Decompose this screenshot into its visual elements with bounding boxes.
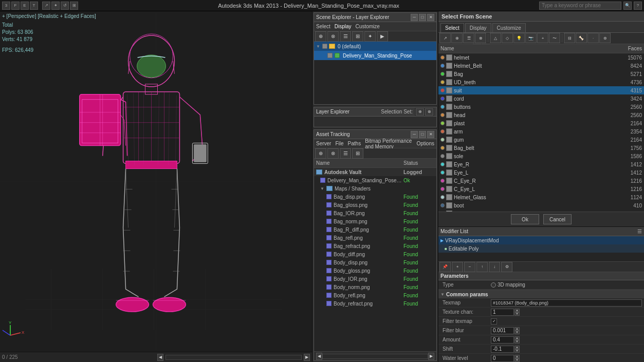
asset-row-mainfile[interactable]: Delivery_Man_Standing_Pose_max_vray.max … (314, 176, 436, 184)
asset-row-body-refl[interactable]: Body_refl.png Found (314, 291, 436, 299)
asset-row-body-ior[interactable]: Body_IOR.png Found (314, 275, 436, 283)
se-menu-customize[interactable]: Customize (356, 24, 380, 29)
sel-row-arm[interactable]: arm 2354 (438, 127, 644, 136)
at-menu-file[interactable]: File (335, 141, 343, 146)
sel-btn-particles[interactable]: · (587, 33, 599, 43)
mod-move-up[interactable]: ↑ (476, 262, 488, 272)
scene-explorer-minimize[interactable]: ─ (411, 14, 418, 21)
shift-up[interactable]: ▲ (514, 346, 520, 349)
sel-btn-filter[interactable]: ⊟ (564, 33, 575, 43)
tab-display[interactable]: Display (465, 23, 491, 32)
visibility-0[interactable] (322, 44, 327, 49)
sel-row-helmetglass[interactable]: Helmet_Glass 1124 (438, 193, 644, 201)
asset-row-body-disp[interactable]: Body_disp.png Found (314, 258, 436, 266)
toolbar-scale[interactable]: ⊞ (70, 2, 78, 10)
scene-explorer-close[interactable]: ✕ (427, 14, 434, 21)
mod-configure[interactable]: ⚙ (501, 262, 512, 272)
mod-add-btn[interactable]: + (452, 262, 463, 272)
menu-file[interactable]: F (11, 2, 20, 10)
waterlevel-input[interactable]: 0 (491, 355, 514, 362)
sel-row-eyeR[interactable]: Eye_R 1412 (438, 160, 644, 168)
filterblur-input[interactable]: 0.001 (491, 327, 514, 334)
search-input[interactable] (539, 2, 621, 10)
sel-row-gum[interactable]: gum 2164 (438, 136, 644, 144)
filterblur-up[interactable]: ▲ (514, 327, 520, 331)
sel-row-cord[interactable]: cord 3424 (438, 94, 644, 103)
sel-row-helmetbelt[interactable]: Helmet_Belt 8424 (438, 62, 644, 70)
sel-btn-lights[interactable]: 💡 (513, 33, 525, 43)
modifier-item-poly[interactable]: ■ Editable Poly (438, 244, 644, 253)
sel-btn-all[interactable]: ☰ (463, 33, 474, 43)
se-btn-4[interactable]: ⊞ (352, 31, 363, 42)
mod-move-down[interactable]: ↓ (489, 262, 500, 272)
asset-row-bag-refl[interactable]: Bag_refl.png Found (314, 234, 436, 242)
sel-btn-cameras[interactable]: 📷 (525, 33, 537, 43)
texchan-down[interactable]: ▼ (514, 312, 520, 316)
sel-row-helmet[interactable]: helmet 15076 (438, 53, 644, 62)
tree-item-1[interactable]: Delivery_Man_Standing_Pose (314, 51, 436, 60)
amount-input[interactable]: 0.4 (491, 336, 514, 344)
modifier-item-vray[interactable]: ▶ VRayDisplacementMod (438, 236, 644, 244)
at-btn-4[interactable]: ⊞ (352, 148, 363, 159)
toolbar-rotate[interactable]: ↺ (61, 2, 69, 10)
menu-tools[interactable]: T (30, 2, 38, 10)
tree-item-0[interactable]: ▼ 0 (default) (314, 42, 436, 51)
sel-row-bagbelt[interactable]: Bag_belt 1756 (438, 144, 644, 152)
shift-input[interactable]: -0.1 (491, 346, 514, 353)
sel-row-ceyeL[interactable]: C_Eye_L 1216 (438, 185, 644, 193)
ok-button[interactable]: Ok (511, 214, 539, 224)
sel-row-boot[interactable]: boot 410 (438, 201, 644, 209)
asset-row-bag-rdiff[interactable]: Bag_R_diff.png Found (314, 225, 436, 234)
shift-down[interactable]: ▼ (514, 349, 520, 353)
modifier-list-icon[interactable]: ☰ (637, 228, 642, 234)
params-common-title[interactable]: ▼ Common params (438, 290, 644, 298)
amount-up[interactable]: ▲ (514, 336, 520, 340)
scene-explorer-maximize[interactable]: □ (419, 14, 426, 21)
waterlevel-up[interactable]: ▲ (514, 355, 520, 358)
filterblur-down[interactable]: ▼ (514, 331, 520, 334)
at-menu-server[interactable]: Server (316, 141, 331, 146)
sel-btn-spacewarps[interactable]: 〜 (549, 33, 560, 43)
sel-row-udteeth[interactable]: UD_teeth 4736 (438, 78, 644, 86)
se-btn-5[interactable]: ✦ (364, 31, 376, 42)
asset-row-bag-disp[interactable]: Bag_disp.png Found (314, 193, 436, 201)
sel-btn-select[interactable]: ↗ (439, 33, 451, 43)
asset-scroll-right[interactable]: ▶ (428, 353, 434, 360)
le-btn-2[interactable]: ⊗ (425, 108, 433, 116)
at-menu-bitmap[interactable]: Bitmap Performance and Memory (365, 138, 412, 149)
texchan-up[interactable]: ▲ (514, 309, 520, 312)
asset-row-vault[interactable]: Autodesk Vault Logged (314, 168, 436, 176)
viewport[interactable]: + [Perspective] [Realistic + Edged Faces… (0, 11, 312, 362)
waterlevel-down[interactable]: ▼ (514, 358, 520, 362)
cancel-button[interactable]: Cancel (543, 214, 572, 224)
amount-down[interactable]: ▼ (514, 340, 520, 344)
mod-pin-btn[interactable]: 📌 (439, 262, 451, 272)
visibility-1[interactable] (327, 53, 333, 58)
sel-btn-helpers[interactable]: + (537, 33, 548, 43)
params-type-3d[interactable]: 3D mapping (491, 281, 554, 289)
sel-btn-shapes[interactable]: ◇ (502, 33, 513, 43)
asset-row-body-diff[interactable]: Body_diff.png Found (314, 250, 436, 258)
sel-row-head[interactable]: head 2560 (438, 111, 644, 119)
timeline-left[interactable]: ◀ (157, 354, 163, 361)
se-btn-6[interactable]: ▶ (377, 31, 388, 42)
params-type-2d[interactable]: 2D mapping (landscape) (491, 280, 554, 281)
search-icon[interactable]: 🔍 (623, 2, 632, 10)
at-minimize[interactable]: ─ (411, 131, 418, 138)
texchan-input[interactable]: 1 (491, 309, 514, 316)
asset-row-bag-norm[interactable]: Bag_norm.png Found (314, 217, 436, 225)
sel-btn-none[interactable]: ⊗ (475, 33, 486, 43)
tab-customize[interactable]: Customize (492, 23, 526, 32)
asset-row-bag-ior[interactable]: Bag_IOR.png Found (314, 209, 436, 217)
toolbar-select[interactable]: ↗ (42, 2, 50, 10)
tab-select[interactable]: Select (440, 23, 464, 32)
se-menu-display[interactable]: Display (335, 24, 352, 29)
timeline-track[interactable] (165, 355, 302, 360)
help-icon[interactable]: ? (634, 2, 642, 10)
sel-row-ceyeR[interactable]: C_Eye_R 1216 (438, 177, 644, 185)
at-btn-1[interactable]: ⊕ (315, 148, 326, 159)
sel-btn-invert[interactable]: ⊕ (451, 33, 463, 43)
at-menu-options[interactable]: Options (417, 141, 434, 146)
at-btn-2[interactable]: ⊗ (327, 148, 339, 159)
sel-row-suit[interactable]: suit 4315 (438, 86, 644, 94)
